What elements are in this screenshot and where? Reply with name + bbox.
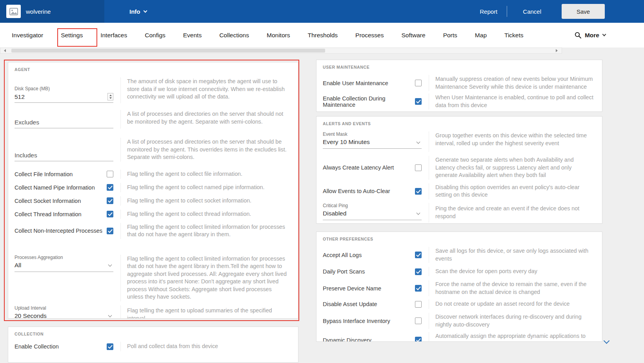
event-mask-row: Event Mask Every 10 Minutes Group togeth… <box>323 131 596 152</box>
other-preferences-panel: OTHER PREFERENCES Accept All Logs Save a… <box>316 232 602 342</box>
collect-named-pipe-description: Flag telling the agent to collect named … <box>120 183 292 192</box>
collect-file-label: Collect File Information <box>15 171 73 177</box>
bypass-interface-inventory-label: Bypass Interface Inventory <box>323 318 390 324</box>
chevron-down-icon <box>143 9 147 13</box>
includes-input[interactable] <box>15 150 113 161</box>
preserve-device-name-description: Force the name of the device to remain t… <box>429 280 596 296</box>
tab-events[interactable]: Events <box>183 32 202 39</box>
enable-collection-during-maintenance-checkbox[interactable] <box>415 98 422 105</box>
tab-map[interactable]: Map <box>475 32 487 39</box>
scroll-right-arrow-icon[interactable] <box>556 49 558 52</box>
horizontal-scrollbar[interactable] <box>0 47 562 54</box>
event-mask-select[interactable]: Every 10 Minutes <box>323 137 422 149</box>
upload-interval-select[interactable]: 20 Seconds <box>15 311 113 319</box>
always-create-latency-alert-checkbox[interactable] <box>415 164 422 171</box>
allow-events-to-auto-clear-label: Allow Events to Auto-Clear <box>323 188 390 194</box>
collect-file-checkbox[interactable] <box>107 171 113 177</box>
preserve-device-name-row: Preserve Device Name Force the name of t… <box>323 280 596 296</box>
disable-asset-update-row: Disable Asset Update Do not create or up… <box>323 299 596 309</box>
scroll-down-chevron-icon[interactable] <box>604 338 610 344</box>
collect-file-description: Flag telling the agent to collect file i… <box>120 170 292 179</box>
excludes-input[interactable] <box>15 117 113 128</box>
upload-interval-value: 20 Seconds <box>15 312 47 319</box>
collect-non-intercepted-checkbox[interactable] <box>107 228 113 234</box>
collect-named-pipe-checkbox[interactable] <box>107 184 113 191</box>
tab-processes[interactable]: Processes <box>355 32 384 39</box>
info-dropdown[interactable]: Info <box>129 8 147 15</box>
search-icon[interactable] <box>575 32 581 38</box>
tab-configs[interactable]: Configs <box>145 32 166 39</box>
collect-socket-checkbox[interactable] <box>107 197 113 204</box>
preserve-device-name-label: Preserve Device Name <box>323 285 381 292</box>
tab-investigator[interactable]: Investigator <box>12 32 43 39</box>
collect-thread-description: Flag telling the agent to collect thread… <box>120 210 292 219</box>
disable-asset-update-label: Disable Asset Update <box>323 301 377 307</box>
preserve-device-name-checkbox[interactable] <box>415 285 422 292</box>
dynamic-discovery-description: Automatically assign the appropriate dyn… <box>429 332 596 342</box>
cancel-button[interactable]: Cancel <box>523 8 541 15</box>
disable-asset-update-description: Do not create or update an asset record … <box>429 299 596 309</box>
event-mask-label: Event Mask <box>323 131 422 137</box>
bypass-interface-inventory-row: Bypass Interface Inventory Discover netw… <box>323 313 596 329</box>
disable-asset-update-checkbox[interactable] <box>415 301 422 308</box>
enable-collection-checkbox[interactable] <box>107 343 113 350</box>
collect-non-intercepted-description: Flag telling the agent to collect limite… <box>120 223 292 239</box>
topbar-actions: Report Cancel Save <box>480 4 644 19</box>
save-button[interactable]: Save <box>562 4 605 19</box>
disk-space-input[interactable] <box>15 92 113 103</box>
collect-socket-description: Flag telling the agent to collect socket… <box>120 196 292 206</box>
collect-thread-checkbox[interactable] <box>107 211 113 217</box>
always-create-latency-alert-row: Always Create Latency Alert Generate two… <box>323 156 596 180</box>
tab-tickets[interactable]: Tickets <box>504 32 524 39</box>
enable-user-maintenance-checkbox[interactable] <box>415 80 422 86</box>
scroll-left-arrow-icon[interactable] <box>4 49 6 52</box>
upload-interval-label: Upload Interval <box>15 305 113 311</box>
daily-port-scans-description: Scan the device for open ports every day <box>429 267 596 276</box>
report-button[interactable]: Report <box>480 8 497 15</box>
tab-monitors[interactable]: Monitors <box>267 32 290 39</box>
chevron-down-icon[interactable] <box>602 33 606 36</box>
includes-row: A list of processes and directories on t… <box>15 138 292 162</box>
bypass-interface-inventory-description: Discover network interfaces during re-di… <box>429 313 596 329</box>
critical-ping-select[interactable]: Disabled <box>323 209 422 220</box>
processes-aggregation-select[interactable]: All <box>15 261 113 272</box>
bypass-interface-inventory-checkbox[interactable] <box>415 317 422 324</box>
daily-port-scans-checkbox[interactable] <box>415 268 422 275</box>
enable-user-maintenance-label: Enable User Maintenance <box>323 80 388 86</box>
critical-ping-row: Critical Ping Disabled Ping the device a… <box>323 203 596 223</box>
processes-aggregation-label: Processes Aggregation <box>15 255 113 260</box>
tab-settings[interactable]: Settings <box>61 32 83 39</box>
upload-interval-row: Upload Interval 20 Seconds Flag telling … <box>15 305 292 319</box>
allow-events-to-auto-clear-checkbox[interactable] <box>415 188 422 195</box>
dynamic-discovery-checkbox[interactable] <box>415 337 422 342</box>
event-mask-value: Every 10 Minutes <box>323 139 370 146</box>
agent-section-title: AGENT <box>15 67 292 72</box>
tab-ports[interactable]: Ports <box>443 32 457 39</box>
chevron-down-icon <box>108 263 112 267</box>
disk-space-row: Disk Space (MB) The amount of disk space… <box>15 77 292 103</box>
tab-thresholds[interactable]: Thresholds <box>307 32 338 39</box>
enable-user-maintenance-row: Enable User Maintenance Manually suppres… <box>323 75 596 91</box>
tab-interfaces[interactable]: Interfaces <box>100 32 127 39</box>
always-create-latency-alert-label: Always Create Latency Alert <box>323 164 394 171</box>
more-menu[interactable]: More <box>585 32 599 39</box>
critical-ping-value: Disabled <box>323 210 346 217</box>
tab-collections[interactable]: Collections <box>219 32 249 39</box>
collect-non-intercepted-label: Collect Non-Intercepted Processes <box>15 228 102 234</box>
includes-description: A list of processes and directories on t… <box>120 138 292 162</box>
collect-socket-row: Collect Socket Information Flag telling … <box>15 196 292 206</box>
collect-thread-label: Collect Thread Information <box>15 211 82 217</box>
agent-panel: AGENT Disk Space (MB) The amount of disk… <box>8 62 298 319</box>
allow-events-to-auto-clear-description: Disabling this option overrides an event… <box>429 183 596 199</box>
enable-collection-row: Enable Collection Poll and collect data … <box>15 342 292 351</box>
scrollbar-thumb[interactable] <box>11 49 325 53</box>
always-create-latency-alert-description: Generate two separate alerts when both A… <box>429 156 596 180</box>
chevron-down-icon <box>417 140 420 144</box>
number-stepper-icon[interactable] <box>107 93 113 100</box>
tab-software[interactable]: Software <box>401 32 425 39</box>
user-maintenance-section-title: USER MAINTENANCE <box>323 65 596 69</box>
daily-port-scans-row: Daily Port Scans Scan the device for ope… <box>323 267 596 276</box>
collect-file-row: Collect File Information Flag telling th… <box>15 170 292 179</box>
accept-all-logs-label: Accept All Logs <box>323 252 362 258</box>
accept-all-logs-checkbox[interactable] <box>415 252 422 258</box>
